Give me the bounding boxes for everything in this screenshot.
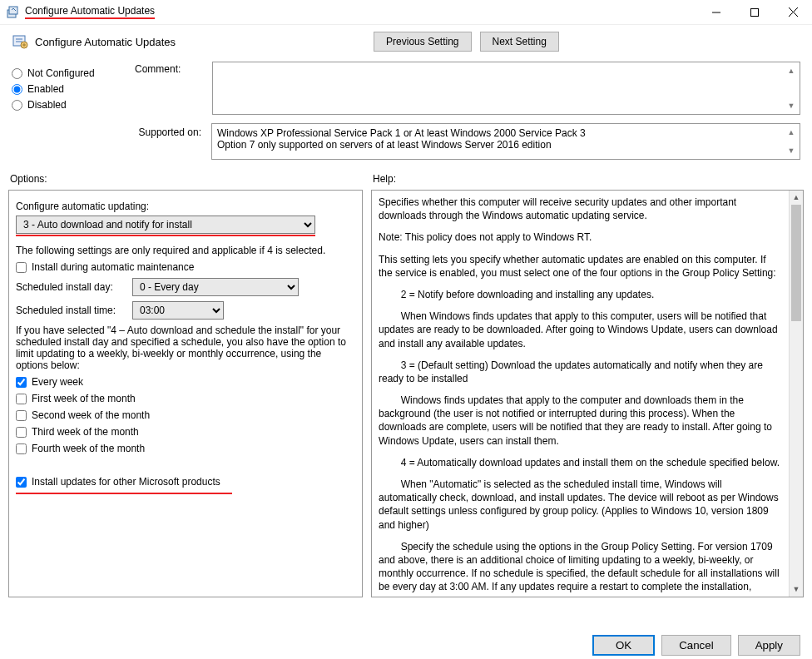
- checkbox-third-week[interactable]: [16, 427, 27, 438]
- apply-button[interactable]: Apply: [738, 635, 800, 656]
- state-radio-group: Not Configured Enabled Disabled: [12, 62, 111, 115]
- comment-textarea[interactable]: ▲ ▼: [212, 62, 800, 115]
- window-controls: [697, 0, 812, 25]
- scroll-down-icon[interactable]: ▼: [790, 582, 803, 597]
- close-button[interactable]: [774, 0, 812, 25]
- header-row: Configure Automatic Updates Previous Set…: [0, 25, 812, 62]
- help-text: Specifies whether this computer will rec…: [379, 196, 796, 597]
- schedule-note: If you have selected "4 – Auto download …: [16, 325, 355, 371]
- next-setting-button[interactable]: Next Setting: [480, 32, 559, 52]
- options-note: The following settings are only required…: [16, 245, 355, 256]
- supported-on-line2: Option 7 only supported on servers of at…: [217, 139, 795, 151]
- scroll-up-icon: ▲: [785, 64, 798, 77]
- help-p4: 2 = Notify before downloading and instal…: [379, 288, 781, 301]
- titlebar: Configure Automatic Updates: [0, 0, 812, 25]
- supported-on-label: Supported on:: [12, 123, 201, 160]
- help-p3: This setting lets you specify whether au…: [379, 253, 781, 280]
- minimize-button[interactable]: [697, 0, 735, 25]
- checkbox-other-microsoft-products[interactable]: [16, 477, 27, 488]
- help-p7: Windows finds updates that apply to the …: [379, 394, 781, 448]
- checkbox-every-week[interactable]: [16, 377, 27, 388]
- help-p8: 4 = Automatically download updates and i…: [379, 456, 781, 469]
- help-scrollbar[interactable]: ▲ ▼: [789, 191, 803, 597]
- radio-not-configured-label: Not Configured: [27, 67, 95, 79]
- cancel-button[interactable]: Cancel: [661, 635, 731, 656]
- scroll-down-icon: ▼: [785, 144, 798, 157]
- configure-updating-select[interactable]: 3 - Auto download and notify for install: [16, 216, 315, 234]
- help-p2: Note: This policy does not apply to Wind…: [379, 230, 781, 244]
- previous-setting-button[interactable]: Previous Setting: [374, 32, 471, 52]
- checkbox-every-week-label: Every week: [32, 376, 83, 388]
- help-p1: Specifies whether this computer will rec…: [379, 196, 781, 222]
- help-p6: 3 = (Default setting) Download the updat…: [379, 359, 781, 385]
- supported-on-value: Windows XP Professional Service Pack 1 o…: [211, 123, 800, 160]
- help-panel: Specifies whether this computer will rec…: [371, 190, 804, 597]
- checkbox-install-maintenance[interactable]: [16, 262, 27, 273]
- checkbox-third-week-label: Third week of the month: [32, 426, 139, 438]
- window-title: Configure Automatic Updates: [25, 5, 155, 19]
- checkbox-second-week-label: Second week of the month: [32, 409, 150, 421]
- help-heading: Help:: [371, 168, 804, 190]
- scheduled-day-select[interactable]: 0 - Every day: [132, 278, 299, 296]
- policy-title: Configure Automatic Updates: [35, 36, 176, 48]
- radio-enabled[interactable]: [12, 84, 22, 95]
- policy-icon: [12, 33, 28, 50]
- help-p10: Specify the schedule using the options i…: [379, 540, 781, 597]
- supported-on-line1: Windows XP Professional Service Pack 1 o…: [217, 127, 795, 139]
- checkbox-second-week[interactable]: [16, 410, 27, 421]
- svg-rect-3: [751, 8, 759, 16]
- scroll-up-icon: ▲: [785, 126, 798, 139]
- options-heading: Options:: [8, 168, 363, 190]
- checkbox-first-week[interactable]: [16, 394, 27, 404]
- dialog-buttons: OK Cancel Apply: [592, 635, 800, 656]
- radio-disabled[interactable]: [12, 100, 22, 111]
- help-p9: When "Automatic" is selected as the sche…: [379, 478, 781, 532]
- scheduled-time-select[interactable]: 03:00: [132, 301, 224, 320]
- radio-not-configured[interactable]: [12, 68, 22, 79]
- checkbox-other-microsoft-products-label: Install updates for other Microsoft prod…: [32, 476, 220, 488]
- radio-disabled-label: Disabled: [27, 99, 67, 111]
- group-policy-editor-icon: [7, 6, 20, 19]
- ok-button[interactable]: OK: [592, 635, 655, 656]
- help-p5: When Windows finds updates that apply to…: [379, 310, 781, 350]
- checkbox-install-maintenance-label: Install during automatic maintenance: [32, 261, 194, 273]
- comment-label: Comment:: [135, 62, 205, 115]
- configure-updating-label: Configure automatic updating:: [16, 201, 355, 212]
- checkbox-fourth-week-label: Fourth week of the month: [32, 443, 145, 454]
- scheduled-day-label: Scheduled install day:: [16, 281, 126, 293]
- scroll-up-icon[interactable]: ▲: [790, 191, 803, 205]
- scroll-thumb[interactable]: [791, 205, 801, 321]
- radio-enabled-label: Enabled: [27, 83, 64, 95]
- options-panel: Configure automatic updating: 3 - Auto d…: [8, 190, 363, 597]
- checkbox-fourth-week[interactable]: [16, 443, 27, 454]
- maximize-button[interactable]: [735, 0, 774, 25]
- scroll-down-icon: ▼: [785, 99, 798, 112]
- scheduled-time-label: Scheduled install time:: [16, 305, 126, 316]
- checkbox-first-week-label: First week of the month: [32, 393, 136, 404]
